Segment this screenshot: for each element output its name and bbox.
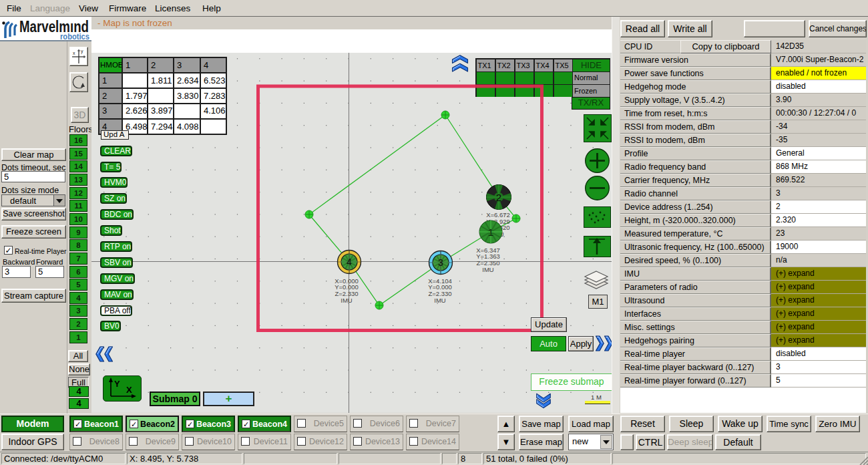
svg-text:y: y xyxy=(81,49,83,54)
svg-text:X: X xyxy=(126,385,132,395)
svg-text:robotics: robotics xyxy=(60,31,89,40)
svg-text:Y: Y xyxy=(114,379,120,389)
svg-text:x: x xyxy=(73,51,75,55)
